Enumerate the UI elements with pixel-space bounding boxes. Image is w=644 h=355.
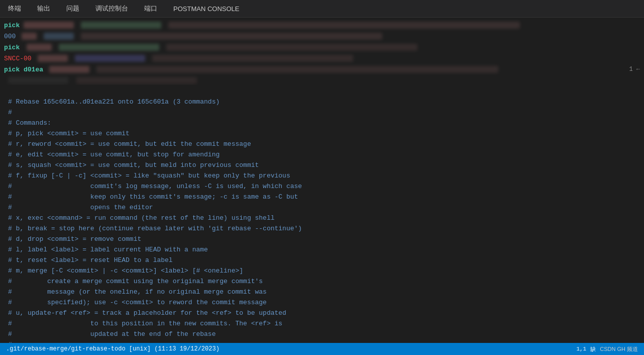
comment-line-hash2: # xyxy=(4,339,640,343)
comment-line-x: # x, exec <command> = run command (the r… xyxy=(4,213,640,223)
comment-line-m3: # message (or the oneline, if no origina… xyxy=(4,287,640,297)
status-left: .git/rebase-merge/git-rebase-todo [unix]… xyxy=(6,345,220,352)
tab-ports[interactable]: 端口 xyxy=(140,2,161,15)
tab-problems[interactable]: 问题 xyxy=(62,2,83,15)
tab-debug-console[interactable]: 调试控制台 xyxy=(91,2,132,15)
comment-line-t: # t, reset <label> = reset HEAD to a lab… xyxy=(4,255,640,265)
comment-line-commands: # Commands: xyxy=(4,118,640,128)
comment-line-r: # r, reword <commit> = use commit, but e… xyxy=(4,139,640,149)
status-bar: .git/rebase-merge/git-rebase-todo [unix]… xyxy=(0,343,644,355)
comment-line-rebase: # Rebase 165c601a..d01ea221 onto 165c601… xyxy=(4,97,640,107)
tab-postman-console[interactable]: POSTMAN CONSOLE xyxy=(169,3,243,15)
comment-line-f2: # commit's log message, unless -C is use… xyxy=(4,181,640,192)
tab-terminal[interactable]: 终端 xyxy=(4,2,25,15)
comment-line-p: # p, pick <commit> = use commit xyxy=(4,128,640,139)
status-right: 1,1 缺 CSDN GH 频道 xyxy=(576,345,638,353)
tab-bar: 终端 输出 问题 调试控制台 端口 POSTMAN CONSOLE xyxy=(0,0,644,18)
blurred-top: pick 000 pick SNCC-00 pick d01ea xyxy=(0,20,644,85)
comment-line-hash1: # xyxy=(4,107,640,118)
tab-output[interactable]: 输出 xyxy=(33,2,54,15)
comment-line-d: # d, drop <commit> = remove commit xyxy=(4,234,640,244)
comment-line-m4: # specified); use -c <commit> to reword … xyxy=(4,297,640,308)
comment-line-u3: # updated at the end of the rebase xyxy=(4,329,640,339)
status-encoding: 缺 xyxy=(590,345,596,353)
comment-line-f3: # keep only this commit's message; -c is… xyxy=(4,192,640,202)
comment-line-s: # s, squash <commit> = use commit, but m… xyxy=(4,160,640,170)
status-file-info: .git/rebase-merge/git-rebase-todo [unix]… xyxy=(6,345,220,352)
comment-line-b: # b, break = stop here (continue rebase … xyxy=(4,223,640,234)
comment-block: # Rebase 165c601a..d01ea221 onto 165c601… xyxy=(0,85,644,343)
comment-line-u: # u, update-ref <ref> = track a placehol… xyxy=(4,308,640,318)
watermark: CSDN GH 频道 xyxy=(600,345,638,353)
comment-line-m: # m, merge [-C <commit> | -c <commit>] <… xyxy=(4,265,640,276)
comment-line-e: # e, edit <commit> = use commit, but sto… xyxy=(4,149,640,160)
comment-line-u2: # to this position in the new commits. T… xyxy=(4,318,640,329)
comment-line-f: # f, fixup [-C | -c] <commit> = like "sq… xyxy=(4,170,640,181)
status-line-col: 1,1 xyxy=(576,346,586,352)
comment-line-m2: # create a merge commit using the origin… xyxy=(4,276,640,287)
editor-area: pick 000 pick SNCC-00 pick d01ea xyxy=(0,18,644,343)
comment-line-l: # l, label <label> = label current HEAD … xyxy=(4,244,640,255)
comment-line-f4: # opens the editor xyxy=(4,202,640,213)
